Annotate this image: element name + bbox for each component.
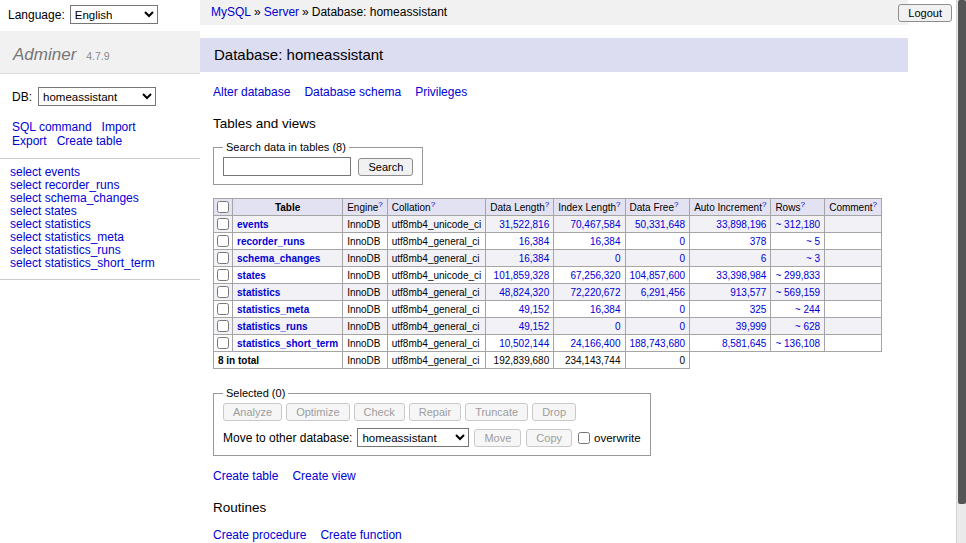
- index-length-link[interactable]: 0: [615, 253, 621, 264]
- link-create-view[interactable]: Create view: [292, 469, 355, 483]
- index-length-link[interactable]: 67,256,320: [570, 270, 620, 281]
- data-length-link[interactable]: 16,384: [519, 253, 550, 264]
- copy-button[interactable]: Copy: [526, 429, 572, 447]
- doc-help-link[interactable]: ?: [431, 200, 435, 209]
- data-free-link[interactable]: 6,291,456: [641, 287, 686, 298]
- breadcrumb-server-link[interactable]: Server: [264, 5, 299, 19]
- data-length-link[interactable]: 48,824,320: [499, 287, 549, 298]
- auto-increment-link[interactable]: 325: [750, 304, 767, 315]
- index-length-link[interactable]: 24,166,400: [570, 338, 620, 349]
- sidebar-link-sql-command[interactable]: SQL command: [12, 120, 92, 134]
- db-select[interactable]: homeassistant: [38, 87, 156, 106]
- check-button[interactable]: Check: [354, 403, 405, 421]
- data-length-link[interactable]: 49,152: [519, 304, 550, 315]
- sidebar-select-states[interactable]: select states: [10, 205, 200, 218]
- doc-help-link[interactable]: ?: [616, 200, 620, 209]
- link-create-function[interactable]: Create function: [320, 528, 401, 542]
- auto-increment-link[interactable]: 33,898,196: [716, 219, 766, 230]
- search-input[interactable]: [223, 157, 351, 176]
- row-checkbox[interactable]: [217, 269, 229, 281]
- doc-help-link[interactable]: ?: [800, 200, 804, 209]
- auto-increment-link[interactable]: 6: [761, 253, 767, 264]
- breadcrumb-mysql-link[interactable]: MySQL: [211, 5, 251, 19]
- sidebar-select-statistics-meta[interactable]: select statistics_meta: [10, 231, 200, 244]
- sidebar-link-export[interactable]: Export: [12, 134, 47, 148]
- move-db-select[interactable]: homeassistant: [357, 428, 469, 447]
- row-checkbox[interactable]: [217, 286, 229, 298]
- drop-button[interactable]: Drop: [532, 403, 576, 421]
- data-free-link[interactable]: 0: [680, 253, 686, 264]
- auto-increment-link[interactable]: 8,581,645: [722, 338, 767, 349]
- select-all-checkbox[interactable]: [217, 201, 229, 213]
- rows-link[interactable]: ~ 3: [806, 253, 820, 264]
- action-privileges[interactable]: Privileges: [415, 85, 467, 99]
- action-alter-database[interactable]: Alter database: [213, 85, 290, 99]
- scrollbar-thumb[interactable]: [958, 0, 966, 504]
- index-length-link[interactable]: 16,384: [590, 304, 621, 315]
- doc-help-link[interactable]: ?: [674, 200, 678, 209]
- row-checkbox[interactable]: [217, 303, 229, 315]
- auto-increment-link[interactable]: 913,577: [730, 287, 766, 298]
- data-length-link[interactable]: 16,384: [519, 236, 550, 247]
- table-link-states[interactable]: states: [237, 270, 266, 281]
- rows-link[interactable]: ~ 5: [806, 236, 820, 247]
- data-free-link[interactable]: 0: [680, 304, 686, 315]
- data-free-link[interactable]: 104,857,600: [630, 270, 686, 281]
- table-link-statistics[interactable]: statistics: [237, 287, 280, 298]
- index-length-link[interactable]: 0: [615, 321, 621, 332]
- data-free-link[interactable]: 0: [680, 236, 686, 247]
- rows-link[interactable]: ~ 312,180: [775, 219, 820, 230]
- table-link-statistics-meta[interactable]: statistics_meta: [237, 304, 309, 315]
- doc-help-link[interactable]: ?: [762, 200, 766, 209]
- sidebar-select-statistics-runs[interactable]: select statistics_runs: [10, 244, 200, 257]
- row-checkbox[interactable]: [217, 235, 229, 247]
- overwrite-checkbox[interactable]: [578, 432, 590, 444]
- logout-button[interactable]: Logout: [898, 4, 952, 22]
- row-checkbox[interactable]: [217, 337, 229, 349]
- auto-increment-link[interactable]: 33,398,984: [716, 270, 766, 281]
- table-link-statistics-short-term[interactable]: statistics_short_term: [237, 338, 338, 349]
- table-link-statistics-runs[interactable]: statistics_runs: [237, 321, 308, 332]
- search-button[interactable]: Search: [358, 158, 413, 176]
- doc-help-link[interactable]: ?: [545, 200, 549, 209]
- index-length-link[interactable]: 70,467,584: [570, 219, 620, 230]
- index-length-link[interactable]: 72,220,672: [570, 287, 620, 298]
- sidebar-select-statistics-short-term[interactable]: select statistics_short_term: [10, 257, 200, 270]
- vertical-scrollbar[interactable]: [956, 0, 966, 543]
- data-free-link[interactable]: 50,331,648: [635, 219, 685, 230]
- sidebar-select-events[interactable]: select events: [10, 166, 200, 179]
- language-select[interactable]: English: [70, 5, 158, 24]
- row-checkbox[interactable]: [217, 218, 229, 230]
- sidebar-select-statistics[interactable]: select statistics: [10, 218, 200, 231]
- table-link-events[interactable]: events: [237, 219, 269, 230]
- repair-button[interactable]: Repair: [409, 403, 461, 421]
- sidebar-select-schema-changes[interactable]: select schema_changes: [10, 192, 200, 205]
- row-checkbox[interactable]: [217, 252, 229, 264]
- link-create-procedure[interactable]: Create procedure: [213, 528, 306, 542]
- table-link-recorder-runs[interactable]: recorder_runs: [237, 236, 305, 247]
- rows-link[interactable]: ~ 569,159: [775, 287, 820, 298]
- truncate-button[interactable]: Truncate: [465, 403, 528, 421]
- data-free-link[interactable]: 0: [680, 321, 686, 332]
- sidebar-select-recorder-runs[interactable]: select recorder_runs: [10, 179, 200, 192]
- analyze-button[interactable]: Analyze: [223, 403, 282, 421]
- table-link-schema-changes[interactable]: schema_changes: [237, 253, 320, 264]
- doc-help-link[interactable]: ?: [873, 200, 877, 209]
- data-length-link[interactable]: 31,522,816: [499, 219, 549, 230]
- move-button[interactable]: Move: [474, 429, 521, 447]
- data-free-link[interactable]: 188,743,680: [630, 338, 686, 349]
- data-length-link[interactable]: 101,859,328: [494, 270, 550, 281]
- data-length-link[interactable]: 10,502,144: [499, 338, 549, 349]
- auto-increment-link[interactable]: 378: [750, 236, 767, 247]
- rows-link[interactable]: ~ 136,108: [775, 338, 820, 349]
- doc-help-link[interactable]: ?: [378, 200, 382, 209]
- sidebar-link-create-table[interactable]: Create table: [57, 134, 122, 148]
- rows-link[interactable]: ~ 299,833: [775, 270, 820, 281]
- auto-increment-link[interactable]: 39,999: [736, 321, 767, 332]
- sidebar-link-import[interactable]: Import: [102, 120, 136, 134]
- rows-link[interactable]: ~ 244: [795, 304, 820, 315]
- data-length-link[interactable]: 49,152: [519, 321, 550, 332]
- optimize-button[interactable]: Optimize: [286, 403, 349, 421]
- row-checkbox[interactable]: [217, 320, 229, 332]
- index-length-link[interactable]: 16,384: [590, 236, 621, 247]
